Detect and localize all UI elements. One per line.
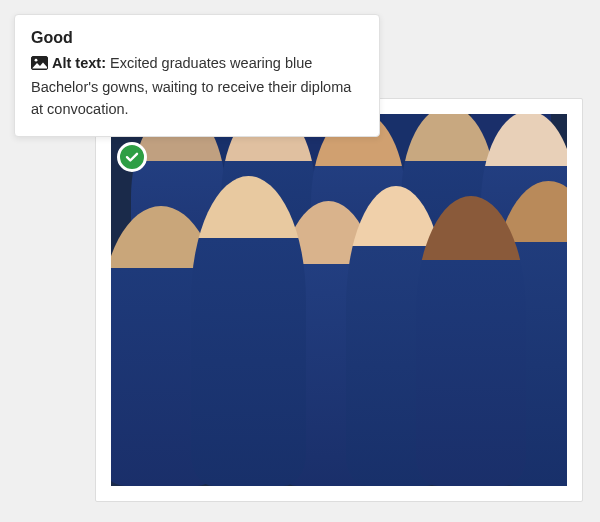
example-image <box>111 114 567 486</box>
tooltip-heading: Good <box>31 29 363 47</box>
image-card <box>95 98 583 502</box>
checkmark-icon <box>124 149 140 165</box>
status-badge-good <box>117 142 147 172</box>
svg-point-1 <box>35 59 38 62</box>
tooltip-body: Alt text: Excited graduates wearing blue… <box>31 53 363 120</box>
graduate-figure <box>416 196 526 486</box>
tooltip-label: Alt text: <box>52 55 106 71</box>
alt-text-tooltip: Good Alt text: Excited graduates wearing… <box>14 14 380 137</box>
image-icon <box>31 55 48 77</box>
graduate-figure <box>191 176 306 486</box>
